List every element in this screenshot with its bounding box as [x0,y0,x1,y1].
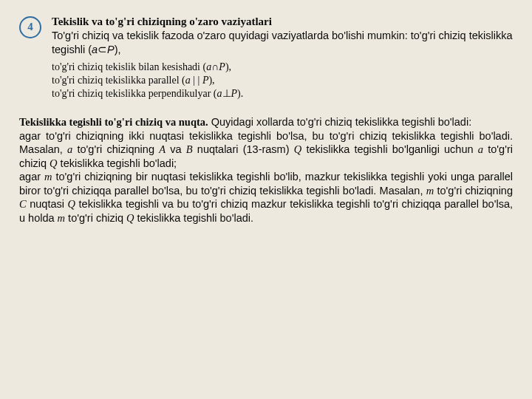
sub3-text: to'g'ri chiziq tekislikka perpendikulyar… [52,88,217,99]
body-paragraph: Tekislikka tegishli to'g'ri chiziq va nu… [19,115,513,225]
p1-a2: a [478,143,483,155]
p1-Q2: Q [50,157,57,169]
p2f: to'g'ri chiziq [65,212,126,224]
sub2-a: a [185,75,191,86]
p2g: tekislikka tegishli bo'ladi. [134,212,253,224]
symbol-P: P [107,44,115,55]
sub2-text: to'g'ri chiziq tekislikka parallel ( [52,75,185,86]
p2a: agar [19,171,44,183]
para-title: Tekislikka tegishli to'g'ri chiziq va nu… [19,116,208,128]
page: 4 Tekislik va to'g'ri chiziqning o'zaro … [0,0,532,239]
p1d: nuqtalari (13-rasm) [193,143,294,155]
p1-Q: Q [294,143,301,155]
sub3-a: a [217,88,222,99]
sub-line-1: to'g'ri chiziq tekislik bilan kesishadi … [52,61,513,74]
p2-Q2: Q [126,212,134,224]
symbol-a: a [92,44,98,55]
sub-line-2: to'g'ri chiziq tekislikka parallel (a | … [52,74,513,87]
p2c: to'g'ri chiziqning [434,185,513,197]
subset-op: ⊂ [98,44,107,55]
p2-m: m [44,171,52,183]
definition-description: To'g'ri chiziq va tekislik fazoda o'zaro… [52,29,513,56]
sub3-P: P [231,88,238,99]
section-number: 4 [27,20,33,34]
p1c: va [166,143,186,155]
section-number-badge: 4 [19,16,41,38]
p1-B: B [186,143,193,155]
p1-A: A [159,143,166,155]
sub1-op: ∩ [211,61,219,72]
definition-title: Tekislik va to'g'ri chiziqning o'zaro va… [52,15,513,29]
desc-tail: ), [115,44,121,55]
definition-row: 4 Tekislik va to'g'ri chiziqning o'zaro … [19,15,513,100]
sub-line-3: to'g'ri chiziq tekislikka perpendikulyar… [52,87,513,100]
p2-Q: Q [68,198,75,210]
sub1-P: P [219,61,225,72]
sub3-tail: ). [237,88,243,99]
p1b: to'g'ri chiziqning [72,143,159,155]
p2-C: C [19,198,27,210]
sub2-op: | | [191,75,202,86]
para-lead: Quyidagi xollarda to'g'ri chiziq tekisli… [208,116,471,128]
p2-m2: m [426,185,434,197]
sub1-text: to'g'ri chiziq tekislik bilan kesishadi … [52,61,206,72]
p2-m3: m [58,212,65,224]
definition-body: Tekislik va to'g'ri chiziqning o'zaro va… [52,15,513,100]
p2d: nuqtasi [27,198,68,210]
sub1-tail: ), [225,61,231,72]
sub2-tail: ), [208,75,214,86]
p1e: tekislikka tegishli bo'lganligi uchun [301,143,478,155]
sub3-op: ⊥ [222,88,231,99]
p1g: tekislikka tegishli bo'ladi; [58,157,177,169]
